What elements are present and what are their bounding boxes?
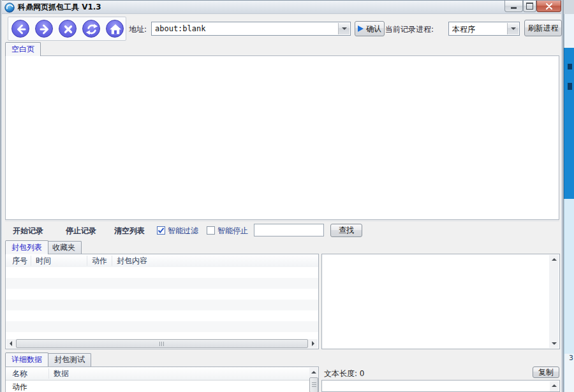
arrow-down-icon bbox=[552, 342, 557, 345]
background-text-3: 3 bbox=[564, 354, 574, 392]
column-header-data[interactable]: 数据 bbox=[54, 368, 69, 379]
window-frame-right bbox=[561, 0, 564, 392]
vertical-scrollbar[interactable] bbox=[550, 381, 559, 391]
process-combobox[interactable]: 本程序 bbox=[448, 22, 520, 36]
refresh-icon bbox=[83, 20, 101, 38]
tab-packet-list[interactable]: 封包列表 bbox=[5, 240, 48, 254]
window-title: 科鼎网页抓包工具 V1.3 bbox=[18, 1, 101, 14]
refresh-process-button[interactable]: 刷新进程 bbox=[524, 20, 562, 36]
packet-list-panel: 序号 时间 动作 封包内容 bbox=[5, 254, 319, 349]
copy-label: 复制 bbox=[538, 367, 554, 378]
app-window: 科鼎网页抓包工具 V1.3 bbox=[0, 0, 564, 392]
search-input[interactable] bbox=[254, 224, 324, 236]
forward-button[interactable] bbox=[35, 20, 53, 38]
arrow-left-icon bbox=[12, 20, 30, 38]
stop-button[interactable] bbox=[59, 20, 77, 38]
process-dropdown-button[interactable] bbox=[507, 23, 519, 34]
grip-icon bbox=[159, 342, 165, 346]
scroll-down-button[interactable] bbox=[549, 339, 559, 348]
packet-content-panel[interactable] bbox=[321, 254, 560, 349]
process-label: 当前记录进程: bbox=[385, 24, 434, 35]
home-icon bbox=[107, 20, 124, 38]
background-segment bbox=[564, 199, 574, 354]
detail-table-panel: 名称 数据 动作 bbox=[5, 367, 319, 392]
back-button[interactable] bbox=[11, 20, 29, 38]
arrow-up-icon bbox=[552, 258, 557, 261]
divider bbox=[5, 221, 559, 221]
scroll-up-button[interactable] bbox=[550, 381, 559, 390]
tab-packet-test[interactable]: 封包测试 bbox=[48, 353, 91, 367]
column-header-index[interactable]: 序号 bbox=[12, 256, 27, 266]
arrow-left-icon bbox=[10, 341, 12, 346]
home-button[interactable] bbox=[106, 20, 124, 38]
grip-icon bbox=[312, 382, 316, 388]
column-divider bbox=[31, 256, 31, 266]
column-header-time[interactable]: 时间 bbox=[36, 256, 51, 266]
background-text-fragment bbox=[568, 64, 572, 69]
refresh-process-label: 刷新进程 bbox=[528, 23, 559, 34]
background-text-fragment bbox=[568, 83, 572, 90]
scrollbar-thumb[interactable] bbox=[309, 377, 318, 392]
scroll-right-button[interactable] bbox=[309, 339, 318, 348]
column-header-content[interactable]: 封包内容 bbox=[117, 256, 147, 266]
scroll-up-button[interactable] bbox=[549, 255, 559, 264]
address-dropdown-button[interactable] bbox=[338, 23, 350, 34]
detail-table-header: 名称 数据 bbox=[6, 367, 318, 381]
detail-text-panel: 文本长度: 0 复制 bbox=[321, 367, 560, 392]
horizontal-scrollbar[interactable] bbox=[6, 339, 318, 348]
background-segment bbox=[564, 14, 574, 48]
packet-table-header: 序号 时间 动作 封包内容 bbox=[6, 254, 318, 268]
detail-row-action[interactable]: 动作 bbox=[12, 382, 27, 392]
check-icon bbox=[158, 227, 165, 234]
confirm-button[interactable]: 确认 bbox=[355, 21, 385, 36]
detail-textarea[interactable] bbox=[321, 380, 560, 392]
stop-record-button[interactable]: 停止记录 bbox=[66, 226, 96, 236]
tab-favorites[interactable]: 收藏夹 bbox=[46, 241, 82, 254]
nav-toolbar bbox=[8, 17, 126, 41]
close-button[interactable] bbox=[536, 1, 561, 12]
packet-table-body bbox=[6, 267, 318, 339]
maximize-button[interactable] bbox=[523, 1, 536, 12]
smart-stop-checkbox[interactable] bbox=[207, 226, 215, 235]
background-window-behind bbox=[564, 48, 574, 199]
chevron-down-icon bbox=[342, 27, 347, 30]
background-segment bbox=[564, 0, 574, 14]
arrow-right-icon bbox=[36, 20, 54, 38]
tab-detail-data[interactable]: 详细数据 bbox=[5, 352, 48, 367]
app-icon bbox=[4, 3, 15, 13]
find-label: 查找 bbox=[339, 225, 354, 236]
minimize-icon bbox=[511, 7, 517, 9]
maximize-icon bbox=[526, 3, 533, 10]
browser-view bbox=[5, 55, 559, 220]
text-length-label: 文本长度: 0 bbox=[324, 368, 365, 379]
chevron-down-icon bbox=[511, 27, 516, 30]
smart-stop-label[interactable]: 智能停止 bbox=[217, 226, 248, 236]
scroll-up-button[interactable] bbox=[309, 368, 318, 377]
column-divider bbox=[112, 256, 112, 266]
smart-filter-checkbox[interactable] bbox=[157, 226, 165, 235]
copy-button[interactable]: 复制 bbox=[533, 367, 559, 378]
clear-list-button[interactable]: 清空列表 bbox=[114, 226, 145, 236]
desktop-background: 3 bbox=[564, 0, 574, 392]
address-combobox[interactable]: about:blank bbox=[151, 22, 351, 36]
refresh-button[interactable] bbox=[82, 20, 100, 38]
smart-filter-label[interactable]: 智能过滤 bbox=[168, 226, 198, 236]
play-icon bbox=[358, 25, 364, 32]
window-frame-left bbox=[0, 0, 2, 392]
address-value: about:blank bbox=[155, 24, 337, 33]
start-record-button[interactable]: 开始记录 bbox=[13, 226, 43, 236]
x-icon bbox=[59, 20, 77, 38]
find-button[interactable]: 查找 bbox=[330, 224, 362, 237]
confirm-label: 确认 bbox=[366, 24, 381, 34]
column-header-action[interactable]: 动作 bbox=[92, 256, 107, 266]
titlebar[interactable]: 科鼎网页抓包工具 V1.3 bbox=[0, 0, 564, 14]
tab-blank-page[interactable]: 空白页 bbox=[5, 42, 41, 56]
arrow-up-icon bbox=[552, 384, 557, 387]
scrollbar-thumb[interactable] bbox=[16, 339, 308, 348]
vertical-scrollbar[interactable] bbox=[309, 368, 318, 392]
scroll-left-button[interactable] bbox=[6, 339, 15, 348]
column-header-name[interactable]: 名称 bbox=[12, 368, 27, 379]
minimize-button[interactable] bbox=[504, 1, 523, 12]
address-label: 地址: bbox=[129, 24, 147, 35]
vertical-scrollbar[interactable] bbox=[549, 255, 559, 348]
